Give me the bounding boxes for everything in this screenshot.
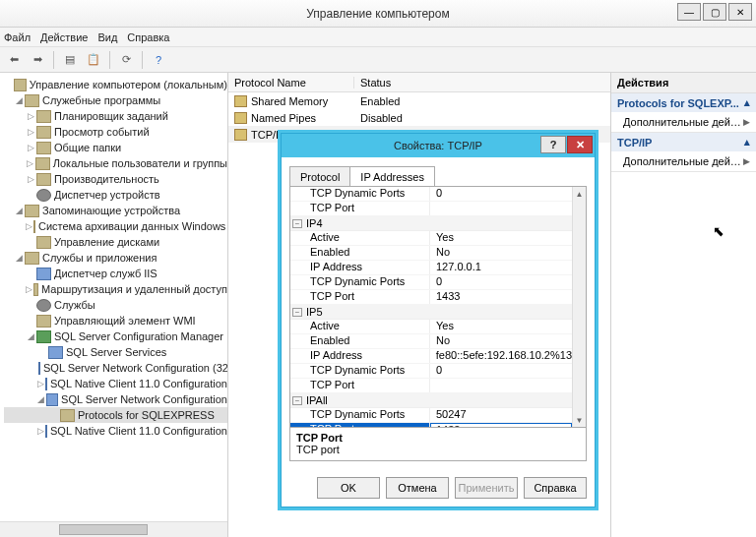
property-row[interactable]: IP Address127.0.0.1 [290, 261, 572, 275]
property-category[interactable]: −IP5 [290, 305, 572, 320]
property-row[interactable]: TCP Port1433 [290, 423, 572, 427]
tree-storage[interactable]: Запоминающие устройства [42, 203, 180, 218]
property-value[interactable]: Yes [430, 320, 572, 333]
expand-icon[interactable]: ▷ [26, 108, 35, 124]
tree-iis[interactable]: Диспетчер служб IIS [54, 266, 158, 281]
property-row[interactable]: IP Addressfe80::5efe:192.168.10.2%13 [290, 349, 572, 364]
back-icon[interactable]: ⬅ [4, 50, 24, 70]
property-value[interactable]: Yes [430, 231, 572, 245]
property-category[interactable]: −IPAll [290, 393, 572, 408]
expand-icon[interactable]: ▷ [37, 376, 44, 391]
refresh-icon[interactable]: ⟳ [116, 50, 136, 70]
property-row[interactable]: TCP Port [290, 202, 572, 216]
menu-action[interactable]: Действие [40, 31, 88, 43]
property-row[interactable]: ActiveYes [290, 231, 572, 246]
tree-protocols-sqlexpress[interactable]: Protocols for SQLEXPRESS [78, 407, 215, 423]
expand-icon[interactable]: ▷ [26, 171, 35, 187]
property-value[interactable]: fe80::5efe:192.168.10.2%13 [430, 349, 572, 363]
cancel-button[interactable]: Отмена [386, 477, 449, 499]
expand-icon[interactable]: ▷ [26, 218, 32, 234]
column-protocol-name[interactable]: Protocol Name [228, 77, 354, 89]
property-value[interactable]: 1433 [430, 423, 572, 427]
property-value[interactable]: 127.0.0.1 [430, 261, 572, 274]
tree-sqlcfg[interactable]: SQL Server Configuration Manager [54, 328, 223, 344]
property-scrollbar[interactable]: ▲ ▼ [572, 187, 586, 427]
property-value[interactable]: 1433 [430, 290, 572, 304]
tree-rras[interactable]: Маршрутизация и удаленный доступ [41, 281, 227, 297]
help-button[interactable]: Справка [524, 477, 587, 499]
tree-sql-services[interactable]: SQL Server Services [66, 344, 166, 360]
tree-shared-folders[interactable]: Общие папки [54, 140, 121, 155]
dialog-close-button[interactable]: ✕ [567, 136, 593, 153]
tree-performance[interactable]: Производительность [54, 171, 159, 187]
column-status[interactable]: Status [354, 77, 391, 89]
expand-icon[interactable]: ▷ [26, 281, 32, 297]
tree-service-programs[interactable]: Служебные программы [42, 92, 160, 108]
property-value[interactable]: 0 [430, 187, 572, 201]
tree-task-scheduler[interactable]: Планировщик заданий [54, 108, 168, 124]
property-value[interactable]: No [430, 334, 572, 348]
tree-disk-mgmt[interactable]: Управление дисками [54, 234, 159, 250]
property-value[interactable] [430, 202, 572, 215]
actions-group-protocols[interactable]: Protocols for SQLEXP... ▴ [611, 93, 756, 112]
tree-device-manager[interactable]: Диспетчер устройств [54, 187, 160, 203]
expand-icon[interactable]: ◢ [37, 391, 45, 407]
help-icon[interactable]: ? [149, 50, 168, 70]
menu-view[interactable]: Вид [97, 31, 117, 43]
menu-file[interactable]: Файл [4, 31, 31, 43]
menu-help[interactable]: Справка [127, 31, 169, 43]
tree-sql-native11[interactable]: SQL Native Client 11.0 Configuration [50, 423, 227, 439]
apply-button[interactable]: Применить [455, 477, 518, 499]
collapse-icon[interactable]: − [292, 219, 302, 228]
property-value[interactable]: No [430, 246, 572, 260]
actions-group-tcpip[interactable]: TCP/IP ▴ [611, 133, 756, 151]
tree-root[interactable]: Управление компьютером (локальным) [30, 77, 227, 92]
expand-icon[interactable]: ▷ [37, 423, 44, 439]
tree-local-users[interactable]: Локальные пользователи и группы [53, 155, 227, 171]
tree-event-viewer[interactable]: Просмотр событий [54, 124, 150, 140]
property-row[interactable]: TCP Port [290, 379, 572, 393]
show-hide-tree-icon[interactable]: ▤ [60, 50, 80, 70]
ok-button[interactable]: OK [317, 477, 380, 499]
forward-icon[interactable]: ➡ [28, 50, 47, 70]
export-list-icon[interactable]: 📋 [84, 50, 103, 70]
protocol-row[interactable]: Named Pipes Disabled [228, 109, 610, 126]
tree-sql-netcfg[interactable]: SQL Server Network Configuration [61, 391, 227, 407]
expand-icon[interactable]: ◢ [26, 328, 35, 344]
property-row[interactable]: TCP Dynamic Ports0 [290, 364, 572, 379]
actions-more[interactable]: Дополнительные дей… ▶ [611, 151, 756, 171]
expand-icon[interactable]: ◢ [14, 203, 24, 218]
collapse-icon[interactable]: − [292, 308, 302, 317]
property-row[interactable]: TCP Dynamic Ports50247 [290, 408, 572, 423]
scroll-down-icon[interactable]: ▼ [573, 413, 586, 427]
property-row[interactable]: TCP Port1433 [290, 290, 572, 305]
expand-icon[interactable]: ▷ [26, 124, 35, 140]
property-value[interactable]: 50247 [430, 408, 572, 422]
minimize-button[interactable]: — [677, 3, 701, 21]
expand-icon[interactable]: ◢ [14, 92, 24, 108]
collapse-icon[interactable]: − [292, 396, 302, 405]
maximize-button[interactable]: ▢ [703, 3, 726, 21]
property-value[interactable]: 0 [430, 364, 572, 378]
tab-ip-addresses[interactable]: IP Addresses [349, 166, 435, 187]
property-row[interactable]: EnabledNo [290, 334, 572, 349]
scroll-up-icon[interactable]: ▲ [573, 187, 586, 201]
tree-hscrollbar[interactable] [0, 521, 227, 537]
tree-services-apps[interactable]: Службы и приложения [42, 250, 157, 266]
expand-icon[interactable]: ▷ [26, 155, 34, 171]
property-value[interactable] [430, 379, 572, 392]
property-row[interactable]: TCP Dynamic Ports0 [290, 275, 572, 290]
dialog-titlebar[interactable]: Свойства: TCP/IP ? ✕ [282, 134, 595, 157]
property-category[interactable]: −IP4 [290, 216, 572, 231]
expand-icon[interactable]: ▷ [26, 140, 35, 155]
property-value[interactable]: 0 [430, 275, 572, 289]
tree-sql-net32[interactable]: SQL Server Network Configuration (32b [43, 360, 227, 376]
property-row[interactable]: EnabledNo [290, 246, 572, 261]
tab-protocol[interactable]: Protocol [289, 166, 350, 187]
expand-icon[interactable]: ◢ [14, 250, 24, 266]
tree-services[interactable]: Службы [54, 297, 95, 313]
property-row[interactable]: TCP Dynamic Ports0 [290, 187, 572, 202]
tree-wmi[interactable]: Управляющий элемент WMI [54, 313, 196, 328]
close-button[interactable]: ✕ [728, 3, 752, 21]
property-row[interactable]: ActiveYes [290, 320, 572, 334]
